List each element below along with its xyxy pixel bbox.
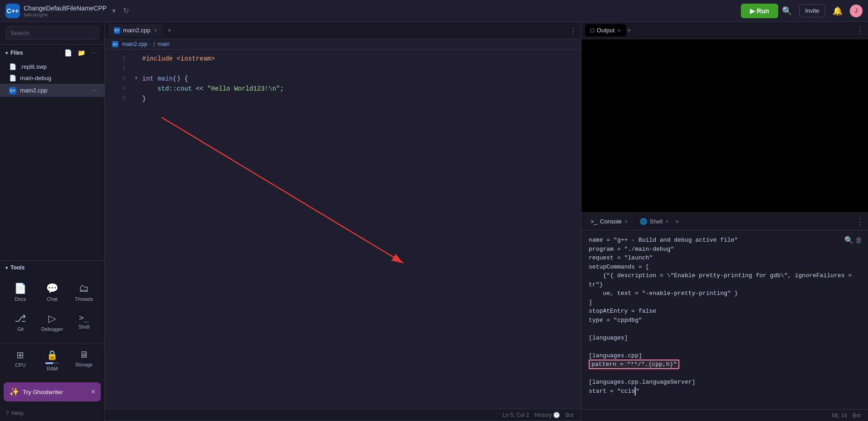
system-cpu[interactable]: ⊞ CPU [5, 346, 36, 375]
console-status-pos: 68, 14 [832, 412, 847, 419]
code-line-5: 5 } [105, 95, 581, 105]
console-tab-icon: >_ [591, 218, 597, 225]
tool-git[interactable]: ⎇ Git [5, 308, 36, 336]
output-panel: □ Output × + ⋮ [581, 22, 868, 213]
tool-shell[interactable]: >_ Shell [69, 308, 99, 336]
editor-tab-close-btn[interactable]: × [153, 27, 158, 34]
storage-icon: 🖥 [79, 350, 88, 360]
editor-status-history[interactable]: History 🕐 [534, 412, 560, 418]
file-item-replit-swp[interactable]: 📄 .replit.swp [0, 61, 104, 72]
editor-tab-main2-cpp[interactable]: C+ main2.cpp × [108, 24, 164, 36]
system-storage[interactable]: 🖥 Storage [69, 346, 99, 375]
shell-tab[interactable]: 🌐 Shell × [634, 215, 674, 228]
breadcrumb-func: main [158, 41, 169, 47]
tool-debugger-label: Debugger [41, 326, 63, 332]
console-line: [languages.cpp] [589, 351, 861, 360]
code-line-2: 2 [105, 65, 581, 75]
tool-threads[interactable]: 🗂 Threads [69, 278, 99, 306]
git-icon: ⎇ [15, 313, 26, 325]
tool-chat-label: Chat [47, 296, 57, 302]
console-line [589, 342, 861, 351]
file-item-main-debug[interactable]: 📄 main-debug [0, 72, 104, 84]
replit-logo: C++ [5, 4, 20, 18]
tool-docs-label: Docs [15, 296, 26, 302]
editor-status-pos: Ln 5, Col 2 [503, 412, 529, 418]
console-line: name = "g++ - Build and debug active fil… [589, 236, 861, 245]
file-options-icon[interactable]: ⋯ [92, 86, 99, 95]
notifications-icon[interactable]: 🔔 [832, 6, 842, 16]
output-tab[interactable]: □ Output × [585, 24, 626, 36]
tools-header[interactable]: ▾ Tools [0, 261, 104, 274]
files-section: ▾ Files 📄 📁 ⋯ 📄 .replit.swp 📄 main-debug… [0, 45, 104, 260]
project-dropdown-btn[interactable]: ▾ [110, 5, 118, 16]
output-tab-add-btn[interactable]: + [627, 26, 631, 35]
tools-label: Tools [10, 264, 25, 271]
editor-panel: C+ main2.cpp × + ⋮ C+ main2.cpp › ƒ main [105, 22, 581, 421]
editor-statusbar: Ln 5, Col 2 History 🕐 Bot [105, 409, 581, 421]
editor-tab-add-btn[interactable]: + [164, 26, 174, 35]
breadcrumb-file-icon: C+ [112, 41, 118, 47]
statusbar-right: Ln 5, Col 2 History 🕐 Bot [503, 412, 574, 418]
system-ram[interactable]: 🔒 RAM [37, 346, 67, 375]
console-tab-add-btn[interactable]: + [675, 218, 679, 226]
help-label: Help [11, 410, 24, 416]
console-line: [languages.cpp.languageServer] [589, 378, 861, 387]
console-line: request = "launch" [589, 254, 861, 263]
highlighted-pattern: pattern = "**/*.{cpp,h}" [589, 360, 679, 369]
run-button[interactable]: ▶ Run [741, 4, 778, 18]
search-icon[interactable]: 🔍 [782, 6, 792, 16]
ghostwriter-banner[interactable]: ✨ Try Ghostwriter × [4, 382, 101, 401]
console-panel-menu-btn[interactable]: ⋮ [856, 217, 864, 227]
console-search-btn[interactable]: 🔍 [844, 236, 853, 244]
new-folder-btn[interactable]: 📁 [76, 48, 87, 57]
output-tab-close-btn[interactable]: × [617, 27, 621, 34]
cpp-file-icon: C+ [9, 87, 16, 94]
console-line: [languages] [589, 334, 861, 343]
topbar-center: ▶ Run [741, 4, 778, 18]
cpu-label: CPU [15, 362, 26, 368]
shell-icon: >_ [79, 313, 89, 322]
editor-tabs: C+ main2.cpp × + ⋮ [105, 22, 581, 39]
help-icon: ? [5, 410, 9, 416]
ram-icon: 🔒 [46, 350, 58, 360]
files-menu-btn[interactable]: ⋯ [89, 48, 99, 57]
invite-button[interactable]: Invite [799, 4, 825, 17]
debugger-icon: ▷ [48, 313, 56, 325]
console-line: type = "cppdbg" [589, 316, 861, 325]
code-line-4: 4 std::cout << "Hello World123!\n"; [105, 85, 581, 95]
help-row[interactable]: ? Help [0, 405, 104, 421]
ram-bar [45, 362, 59, 364]
avatar[interactable]: J [850, 5, 863, 17]
code-editor[interactable]: 1 #include <iostream> 2 3 ∨ int main() { [105, 50, 581, 409]
console-clear-btn[interactable]: 🗑 [855, 236, 863, 244]
tool-chat[interactable]: 💬 Chat [37, 278, 67, 306]
system-tools: ⊞ CPU 🔒 RAM 🖥 Storage [0, 344, 104, 379]
console-actions: 🔍 🗑 [844, 236, 863, 244]
files-header[interactable]: ▾ Files 📄 📁 ⋯ [0, 45, 104, 61]
ghostwriter-close-btn[interactable]: × [91, 388, 95, 396]
console-statusbar: 68, 14 Bot [581, 409, 868, 421]
shell-tab-close-btn[interactable]: × [665, 218, 668, 225]
editor-tab-menu-btn[interactable]: ⋮ [569, 25, 577, 36]
search-input[interactable] [5, 26, 99, 40]
console-tab-close-btn[interactable]: × [625, 218, 628, 225]
file-item-main2-cpp[interactable]: C+ main2.cpp ⋯ [0, 84, 104, 97]
topbar-right: 🔍 Invite 🔔 J [782, 4, 863, 17]
new-file-btn[interactable]: 📄 [62, 48, 74, 57]
output-panel-tabs: □ Output × + ⋮ [581, 22, 868, 39]
tool-debugger[interactable]: ▷ Debugger [37, 308, 67, 336]
console-status-bot: Bot [853, 412, 861, 419]
tool-git-label: Git [17, 326, 24, 332]
console-line [589, 325, 861, 334]
right-panel: □ Output × + ⋮ >_ Console × [581, 22, 868, 421]
console-line-highlighted: pattern = "**/*.{cpp,h}" [589, 360, 861, 369]
output-tab-label: Output [597, 27, 615, 34]
file-icon-generic: 📄 [9, 63, 16, 70]
tool-docs[interactable]: 📄 Docs [5, 278, 36, 306]
console-line: stopAtEntry = false [589, 307, 861, 316]
refresh-btn[interactable]: ↻ [121, 5, 131, 16]
breadcrumb-func-prefix: ƒ [153, 41, 156, 47]
output-panel-menu-btn[interactable]: ⋮ [856, 25, 864, 36]
main-content-wrapper: C+ main2.cpp × + ⋮ C+ main2.cpp › ƒ main [105, 22, 868, 421]
console-tab[interactable]: >_ Console × [585, 215, 633, 228]
